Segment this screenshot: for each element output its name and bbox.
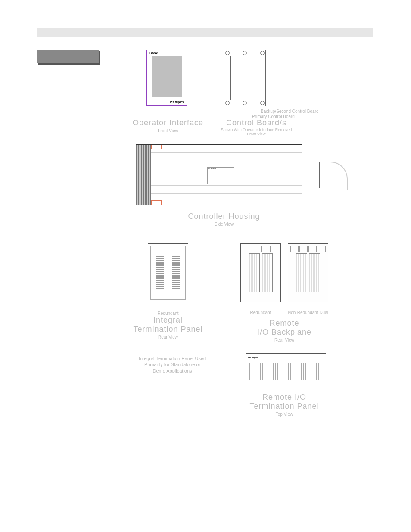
operator-interface-screen xyxy=(152,56,182,97)
remote-io-backplane-redundant xyxy=(240,243,281,302)
controller-housing-caption: Controller Housing Side View xyxy=(164,212,284,227)
screw-icon xyxy=(225,51,230,55)
primary-control-board-card xyxy=(230,56,244,100)
integral-inner-frame xyxy=(150,246,186,300)
controller-housing-drawing: ics triplex xyxy=(136,144,302,205)
caption-title-2: Termination Panel xyxy=(129,325,207,334)
operator-interface-caption: Operator Interface Front View xyxy=(131,118,205,133)
housing-connector xyxy=(302,162,320,188)
caption-title: Controller Housing xyxy=(164,212,284,221)
product-label-plate: ics triplex xyxy=(207,167,234,184)
backplane-top-connectors xyxy=(290,246,326,252)
device-model-label: T8200 xyxy=(149,51,158,54)
heatsink-fins xyxy=(136,145,151,205)
remote-backplane-caption: Remote I/O Backplane Rear View xyxy=(241,319,327,342)
brand-label: ics triplex xyxy=(170,100,184,103)
page-header-bar xyxy=(37,28,373,37)
caption-title: Control Board/s xyxy=(213,118,299,128)
termination-panel-brand: ics triplex xyxy=(248,356,258,359)
terminal-rows xyxy=(248,363,324,380)
screw-icon xyxy=(225,101,230,105)
remote-io-backplane-non-redundant xyxy=(288,243,328,302)
screw-icon xyxy=(260,51,265,55)
caption-title-2: Termination Panel xyxy=(241,402,327,411)
caption-subtitle: Side View xyxy=(164,222,284,227)
control-board-drawing xyxy=(224,50,266,106)
caption-subtitle: Top View xyxy=(241,412,327,417)
screw-icon xyxy=(243,51,247,55)
remote-io-termination-panel-drawing: ics triplex xyxy=(246,353,326,386)
caption-subtitle: Rear View xyxy=(129,335,207,339)
note-line-3: Demo Applications xyxy=(129,368,215,374)
backplane-slot xyxy=(262,253,273,292)
caption-title: Operator Interface xyxy=(131,118,205,128)
caption-subtitle-1: Shown With Operator Interface Removed xyxy=(213,128,299,132)
integral-termination-caption: Redundant Integral Termination Panel Rea… xyxy=(129,310,207,339)
backplane-slot xyxy=(296,253,307,292)
screw-icon xyxy=(260,101,265,105)
housing-cable xyxy=(319,162,348,190)
backplane-slot xyxy=(249,253,260,292)
caption-subtitle-2: Front View xyxy=(213,132,299,136)
screw-icon xyxy=(243,101,247,105)
caption-pre-label: Redundant xyxy=(129,311,207,316)
control-board-caption: Control Board/s Shown With Operator Inte… xyxy=(213,118,299,136)
terminal-strip-right xyxy=(172,256,180,290)
backplane-variant-right-label: Non-Redundant Dual xyxy=(284,310,332,315)
caption-title-1: Integral xyxy=(129,316,207,325)
backup-control-board-card xyxy=(246,56,259,100)
caption-subtitle: Rear View xyxy=(241,338,327,342)
red-accent-top xyxy=(151,145,162,149)
caption-title-2: I/O Backplane xyxy=(241,328,327,337)
caption-title-1: Remote xyxy=(241,319,327,328)
backplane-slot xyxy=(309,253,320,292)
note-line-1: Integral Termination Panel Used xyxy=(129,355,215,361)
terminal-strip-left xyxy=(156,256,164,290)
integral-termination-panel-drawing xyxy=(148,243,188,302)
caption-title-1: Remote I/O xyxy=(241,393,327,402)
sidebar-tag xyxy=(37,50,99,63)
remote-termination-caption: Remote I/O Termination Panel Top View xyxy=(241,393,327,417)
operator-interface-bezel: T8200 ics triplex xyxy=(146,50,187,106)
backplane-variant-left-label: Redundant xyxy=(237,310,284,315)
operator-interface-drawing: T8200 ics triplex xyxy=(146,50,187,106)
leader-backup-label: Backup/Second Control Board xyxy=(261,109,319,114)
backplane-top-connectors xyxy=(243,246,278,252)
caption-subtitle: Front View xyxy=(131,128,205,133)
note-line-2: Primarily for Standalone or xyxy=(129,361,215,367)
integral-note: Integral Termination Panel Used Primaril… xyxy=(129,355,215,374)
plate-brand: ics triplex xyxy=(208,168,216,170)
red-accent-bottom xyxy=(151,200,162,205)
